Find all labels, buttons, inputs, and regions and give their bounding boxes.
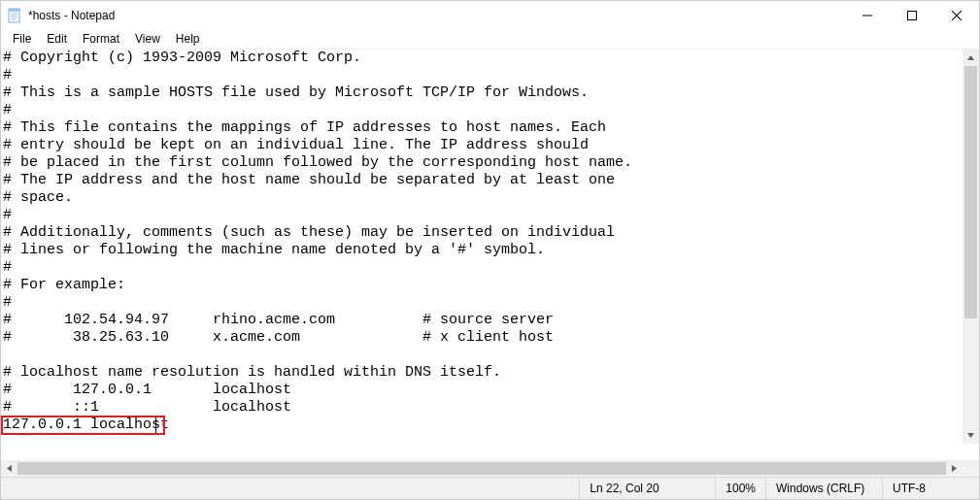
svg-marker-10	[7, 465, 12, 472]
vertical-scrollbar[interactable]	[963, 50, 979, 444]
status-line-ending: Windows (CRLF)	[765, 478, 882, 499]
scroll-up-button[interactable]	[963, 50, 979, 66]
svg-rect-6	[862, 16, 872, 17]
horizontal-scrollbar[interactable]	[1, 460, 963, 477]
text-caret	[155, 417, 156, 433]
scroll-down-button[interactable]	[963, 427, 979, 444]
vertical-scroll-thumb[interactable]	[964, 66, 977, 318]
window-controls	[845, 1, 979, 30]
status-spacer	[1, 478, 579, 499]
status-bar: Ln 22, Col 20 100% Windows (CRLF) UTF-8	[1, 477, 979, 499]
maximize-button[interactable]	[890, 1, 934, 30]
svg-marker-8	[967, 55, 974, 60]
menu-format[interactable]: Format	[75, 31, 127, 47]
window-title: *hosts - Notepad	[28, 9, 115, 22]
horizontal-scroll-thumb[interactable]	[17, 462, 946, 475]
svg-rect-7	[908, 12, 917, 20]
status-zoom: 100%	[715, 478, 765, 499]
svg-marker-9	[967, 433, 974, 438]
svg-rect-1	[9, 9, 19, 12]
content-area: # Copyright (c) 1993-2009 Microsoft Corp…	[1, 50, 979, 477]
scroll-right-button[interactable]	[946, 460, 963, 477]
notepad-icon	[7, 8, 22, 23]
menu-view[interactable]: View	[127, 31, 168, 47]
menu-help[interactable]: Help	[168, 31, 208, 47]
menu-bar: File Edit Format View Help	[1, 30, 979, 50]
close-button[interactable]	[934, 1, 979, 30]
scrollbar-corner	[963, 460, 979, 477]
menu-edit[interactable]: Edit	[39, 31, 75, 47]
editor-area[interactable]: # Copyright (c) 1993-2009 Microsoft Corp…	[1, 50, 979, 460]
scroll-left-button[interactable]	[1, 460, 17, 477]
vertical-scroll-track[interactable]	[963, 66, 979, 427]
svg-marker-11	[952, 465, 957, 472]
status-encoding: UTF-8	[882, 478, 979, 499]
menu-file[interactable]: File	[5, 31, 39, 47]
title-bar: *hosts - Notepad	[1, 1, 979, 30]
status-position: Ln 22, Col 20	[579, 478, 715, 499]
horizontal-scroll-track[interactable]	[17, 460, 946, 477]
text-editor[interactable]: # Copyright (c) 1993-2009 Microsoft Corp…	[1, 50, 979, 434]
minimize-button[interactable]	[845, 1, 890, 30]
